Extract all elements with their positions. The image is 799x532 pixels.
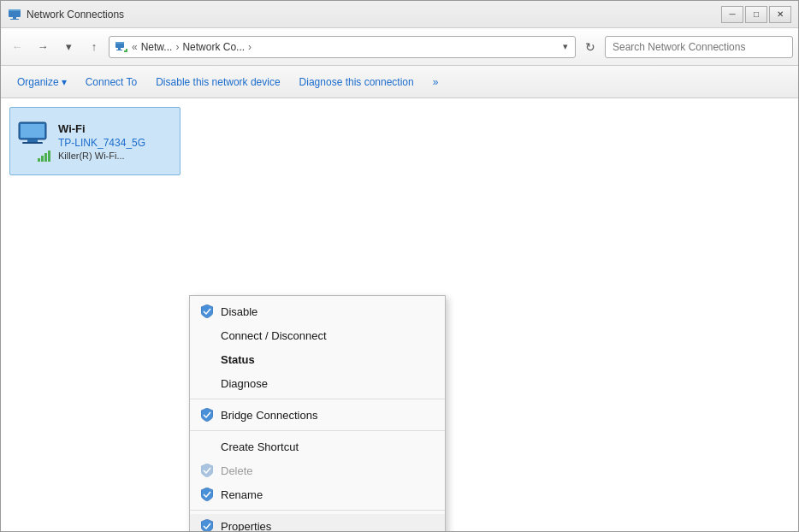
svg-rect-11 xyxy=(21,124,44,138)
window: Network Connections ─ □ ✕ ← → ▾ ↑ xyxy=(0,0,799,532)
network-adapter: Killer(R) Wi-Fi... xyxy=(58,151,145,161)
more-icon: » xyxy=(433,76,439,88)
menu-connect-disconnect-label: Connect / Disconnect xyxy=(221,329,327,342)
address-bar[interactable]: « Netw... › Network Co... › ▾ xyxy=(109,36,576,58)
address-part2: Network Co... xyxy=(182,41,245,53)
menu-bridge-label: Bridge Connections xyxy=(221,409,317,422)
menu-item-connect-disconnect[interactable]: Connect / Disconnect xyxy=(190,323,445,347)
back-icon: ← xyxy=(12,40,23,53)
wifi-bars-icon xyxy=(38,148,51,162)
menu-item-shortcut[interactable]: Create Shortcut xyxy=(190,434,445,458)
status-placeholder-icon xyxy=(200,352,214,366)
window-controls: ─ □ ✕ xyxy=(721,6,791,23)
svg-rect-14 xyxy=(38,158,40,162)
svg-rect-16 xyxy=(44,153,47,162)
bridge-shield-icon xyxy=(200,408,214,422)
computer-icon xyxy=(17,121,48,146)
menu-item-delete[interactable]: Delete xyxy=(190,458,445,482)
organize-arrow-icon: ▾ xyxy=(62,76,67,88)
context-menu: Disable Connect / Disconnect Status Diag… xyxy=(189,295,446,531)
network-icon-area xyxy=(17,121,51,162)
network-info: Wi-Fi TP-LINK_7434_5G Killer(R) Wi-Fi... xyxy=(58,122,145,161)
diagnose-button[interactable]: Diagnose this connection xyxy=(290,69,423,95)
menu-delete-label: Delete xyxy=(221,464,253,477)
menu-item-disable[interactable]: Disable xyxy=(190,299,445,323)
network-ssid: TP-LINK_7434_5G xyxy=(58,137,145,149)
svg-rect-1 xyxy=(9,9,21,11)
svg-rect-13 xyxy=(22,142,43,144)
address-dropdown-icon[interactable]: ▾ xyxy=(561,39,570,54)
disable-network-button[interactable]: Disable this network device xyxy=(146,69,289,95)
svg-rect-2 xyxy=(13,17,16,19)
svg-rect-5 xyxy=(115,42,124,44)
menu-separator-2 xyxy=(190,430,445,431)
svg-rect-15 xyxy=(41,156,44,162)
maximize-button[interactable]: □ xyxy=(745,6,767,23)
menu-status-label: Status xyxy=(221,353,255,366)
menu-disable-label: Disable xyxy=(221,305,257,318)
menu-separator-1 xyxy=(190,399,445,399)
title-bar-icon xyxy=(8,8,21,21)
dropdown-icon: ▾ xyxy=(66,40,72,53)
forward-button[interactable]: → xyxy=(32,36,54,58)
diagnose-label: Diagnose this connection xyxy=(299,76,414,88)
disable-shield-icon xyxy=(200,304,214,318)
connect-to-label: Connect To xyxy=(86,76,138,88)
diagnose-placeholder-icon xyxy=(200,376,214,390)
menu-item-bridge[interactable]: Bridge Connections xyxy=(190,403,445,427)
svg-rect-12 xyxy=(27,139,38,142)
wifi-network-item[interactable]: Wi-Fi TP-LINK_7434_5G Killer(R) Wi-Fi... xyxy=(9,107,181,175)
title-bar: Network Connections ─ □ ✕ xyxy=(1,1,798,28)
address-sep2: › xyxy=(248,41,252,53)
title-bar-text: Network Connections xyxy=(27,9,716,21)
menu-item-properties[interactable]: Properties xyxy=(190,514,445,531)
address-bar-icon xyxy=(115,40,128,54)
menu-separator-3 xyxy=(190,510,445,511)
nav-bar: ← → ▾ ↑ « Netw... › Network Co... xyxy=(1,28,798,66)
svg-rect-3 xyxy=(10,19,19,20)
rename-shield-icon xyxy=(200,488,214,501)
address-sep1: › xyxy=(175,41,179,53)
svg-rect-8 xyxy=(124,50,126,52)
search-input[interactable] xyxy=(605,36,793,58)
more-button[interactable]: » xyxy=(423,69,448,95)
menu-properties-label: Properties xyxy=(221,520,271,532)
menu-shortcut-label: Create Shortcut xyxy=(221,440,299,453)
minimize-button[interactable]: ─ xyxy=(721,6,743,23)
organize-button[interactable]: Organize ▾ xyxy=(8,69,76,95)
menu-item-rename[interactable]: Rename xyxy=(190,482,445,506)
up-icon: ↑ xyxy=(92,40,98,53)
main-content: Wi-Fi TP-LINK_7434_5G Killer(R) Wi-Fi...… xyxy=(1,98,798,531)
dropdown-button[interactable]: ▾ xyxy=(57,36,80,58)
forward-icon: → xyxy=(38,40,49,53)
svg-rect-7 xyxy=(116,50,122,50)
close-button[interactable]: ✕ xyxy=(769,6,791,23)
refresh-button[interactable]: ↻ xyxy=(579,36,601,58)
address-prefix: « xyxy=(132,41,138,53)
connect-disconnect-placeholder-icon xyxy=(200,328,214,342)
menu-item-status[interactable]: Status xyxy=(190,347,445,371)
organize-label: Organize xyxy=(17,76,59,88)
network-name: Wi-Fi xyxy=(58,122,145,135)
svg-rect-17 xyxy=(48,151,50,162)
menu-rename-label: Rename xyxy=(221,488,263,501)
up-button[interactable]: ↑ xyxy=(83,36,105,58)
menu-diagnose-label: Diagnose xyxy=(221,377,268,390)
refresh-icon: ↻ xyxy=(585,40,595,54)
back-button[interactable]: ← xyxy=(6,36,28,58)
svg-rect-6 xyxy=(118,48,121,50)
svg-rect-9 xyxy=(126,49,127,52)
menu-item-diagnose[interactable]: Diagnose xyxy=(190,371,445,395)
delete-shield-icon xyxy=(200,464,214,477)
disable-label: Disable this network device xyxy=(156,76,280,88)
properties-shield-icon xyxy=(200,519,214,531)
connect-to-button[interactable]: Connect To xyxy=(76,69,147,95)
address-part1: Netw... xyxy=(141,41,173,53)
toolbar: Organize ▾ Connect To Disable this netwo… xyxy=(1,66,798,98)
shortcut-placeholder-icon xyxy=(200,440,214,453)
